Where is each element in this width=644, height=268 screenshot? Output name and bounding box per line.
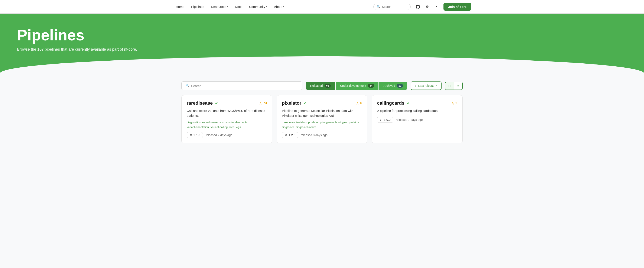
pipeline-name[interactable]: pixelator [282,100,302,106]
navbar: Home Pipelines Resources ▾ Docs Communit… [0,0,644,14]
sort-chevron-icon: ▾ [436,85,437,87]
sort-button[interactable]: ↕ Last release ▾ [411,81,441,90]
nav-resources-dropdown[interactable]: Resources ▾ [208,3,231,10]
settings-icon-btn[interactable]: ⚙ [424,3,431,11]
filter-button-group: Released 61 Under development 34 Archive… [306,82,407,90]
version-number: 1.2.0 [289,133,295,137]
release-time: released 2 days ago [206,133,232,137]
github-icon [416,5,420,9]
chevron-down-icon-2: ▾ [266,5,267,8]
filter-under-dev-label: Under development [340,84,366,87]
pipeline-name[interactable]: raredisease [187,100,213,106]
version-badge: 🏷 1.2.0 [282,132,298,138]
join-nfcore-button[interactable]: Join nf-core [444,3,471,11]
chevron-down-icon-4: ▾ [436,5,437,8]
pipeline-tag[interactable]: single-cell-omics [296,126,316,129]
card-footer: 🏷 2.1.0 released 2 days ago [187,132,267,138]
pipeline-search-box[interactable]: 🔍 [181,81,302,90]
star-count: ☆ 6 [356,101,362,105]
github-icon-btn[interactable] [414,3,422,11]
nav-about-dropdown[interactable]: About ▾ [271,3,287,10]
pipeline-name[interactable]: callingcards [377,100,404,106]
star-number: 2 [456,101,457,105]
pipeline-tag[interactable]: pixelgen-technologies [320,121,347,124]
card-description: A pipeline for processing calling cards … [377,109,457,113]
filter-archived-count: 12 [397,84,403,88]
card-title: pixelator ✓ [282,100,307,106]
filter-archived-label: Archived [384,84,395,87]
pipeline-cards-grid: raredisease ✓ ☆ 73 Call and score varian… [173,95,471,152]
search-icon: 🔍 [376,5,380,9]
filter-released-btn[interactable]: Released 61 [306,82,335,90]
filter-archived-btn[interactable]: Archived 12 [379,82,408,90]
hero-title: Pipelines [17,26,627,44]
verified-icon: ✓ [406,101,410,106]
verified-icon: ✓ [304,101,307,106]
tag-icon: 🏷 [380,118,382,121]
grid-icon: ⊞ [448,84,451,88]
star-count: ☆ 73 [259,101,267,105]
pipeline-tag[interactable]: variant-calling [210,126,228,129]
version-badge: 🏷 1.0.0 [377,117,393,123]
pipeline-card: raredisease ✓ ☆ 73 Call and score varian… [181,95,272,143]
filter-released-label: Released [310,84,323,87]
hero-subtitle: Browse the 107 pipelines that are curren… [17,47,627,52]
filter-under-dev-btn[interactable]: Under development 34 [336,82,378,90]
card-tags: diagnosticsrare-diseasesnvstructural-var… [187,121,267,129]
pipeline-tag[interactable]: wgs [236,126,241,129]
pipeline-tag[interactable]: structural-variants [226,121,248,124]
filter-released-count: 61 [324,84,331,88]
pipeline-tag[interactable]: molecular-pixelation [282,121,307,124]
nav-pipelines[interactable]: Pipelines [188,3,207,10]
pipeline-search-input[interactable] [191,84,298,88]
list-icon: ≡ [457,84,459,87]
nav-about-label: About [274,5,282,8]
card-header: pixelator ✓ ☆ 6 [282,100,362,106]
pipeline-tag[interactable]: rare-disease [202,121,218,124]
hero-section: Pipelines Browse the 107 pipelines that … [0,14,644,73]
pipeline-tag[interactable]: wes [229,126,234,129]
list-view-btn[interactable]: ≡ [454,82,462,90]
sort-icon: ↕ [415,84,416,87]
pipeline-card: pixelator ✓ ☆ 6 Pipeline to generate Mol… [276,95,368,143]
search-icon-filter: 🔍 [186,84,190,88]
star-icon: ☆ [259,101,262,105]
card-footer: 🏷 1.2.0 released 3 days ago [282,132,362,138]
nav-search-box[interactable]: 🔍 [373,3,411,10]
verified-icon: ✓ [215,101,218,106]
card-tags: molecular-pixelationpixelatorpixelgen-te… [282,121,362,129]
tag-icon: 🏷 [285,134,288,137]
release-time: released 3 days ago [301,133,328,137]
card-title: raredisease ✓ [187,100,218,106]
pipeline-tag[interactable]: snv [219,121,224,124]
release-time: released 7 days ago [396,118,422,122]
version-badge: 🏷 2.1.0 [187,132,203,138]
pipeline-tag[interactable]: diagnostics [187,121,200,124]
nav-search-input[interactable] [382,5,408,8]
nav-icon-group: ⚙ ▾ [414,3,440,11]
pipeline-tag[interactable]: variant-annotation [187,126,209,129]
star-count: ☆ 2 [451,101,457,105]
pipeline-card: callingcards ✓ ☆ 2 A pipeline for proces… [372,95,463,143]
card-footer: 🏷 1.0.0 released 7 days ago [377,117,457,123]
star-number: 6 [360,101,362,105]
nav-community-label: Community [249,5,265,8]
tag-icon: 🏷 [190,134,192,137]
theme-toggle-btn[interactable]: ▾ [433,3,440,11]
version-number: 2.1.0 [194,133,200,137]
view-toggle-group: ⊞ ≡ [445,82,463,90]
nav-docs[interactable]: Docs [232,3,245,10]
card-header: raredisease ✓ ☆ 73 [187,100,267,106]
grid-view-btn[interactable]: ⊞ [446,82,454,90]
pipeline-tag[interactable]: pixelator [308,121,318,124]
chevron-down-icon: ▾ [227,5,228,8]
star-number: 73 [263,101,267,105]
card-title: callingcards ✓ [377,100,410,106]
nav-home[interactable]: Home [173,3,187,10]
pipeline-tag[interactable]: single-cell [282,126,294,129]
filters-section: 🔍 Released 61 Under development 34 Archi… [173,73,471,95]
star-icon: ☆ [451,101,454,105]
nav-resources-label: Resources [211,5,226,8]
nav-community-dropdown[interactable]: Community ▾ [246,3,270,10]
pipeline-tag[interactable]: proteins [349,121,359,124]
